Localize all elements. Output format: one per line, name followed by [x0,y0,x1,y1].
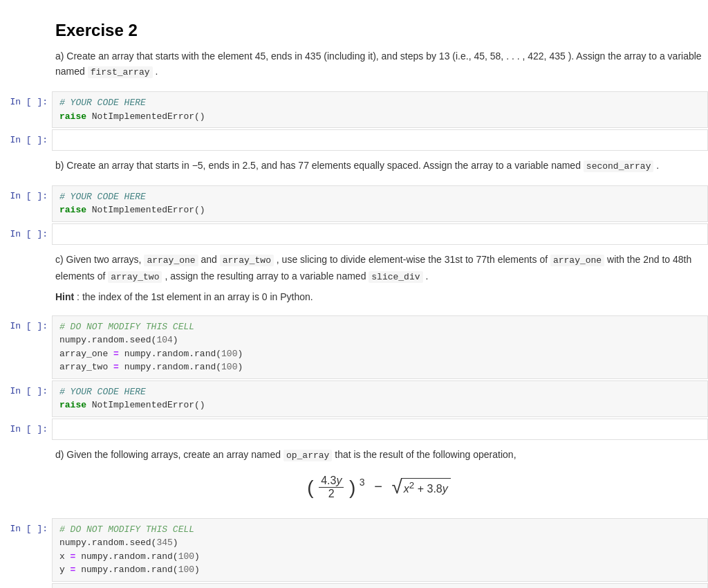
part-c-hint: Hint : the index of the 1st element in a… [55,289,702,304]
part-d-description: d) Given the following arrays, create an… [55,447,702,463]
output-cell-2 [52,223,708,245]
math-formula: ( 4.3y 2 ) 3 − √ x2 + 3.8y [55,475,702,500]
part-c-description: c) Given two arrays, array_one and array… [55,252,702,285]
title-cell: Exercise 2 a) Create an array that start… [0,15,708,90]
code-cell-5[interactable]: # DO NOT MODIFY THIS CELL numpy.random.s… [52,518,708,582]
output-cell-3 [52,419,708,440]
output-cell-2-row: In [ ]: [0,223,708,245]
code-cell-5-row: In [ ]: # DO NOT MODIFY THIS CELL numpy.… [0,518,708,582]
output-cell-3-row: In [ ]: [0,419,708,440]
code-cell-1[interactable]: # YOUR CODE HERE raise NotImplementedErr… [52,91,708,128]
part-c-cell: c) Given two arrays, array_one and array… [0,246,708,314]
code-cell-3[interactable]: # DO NOT MODIFY THIS CELL numpy.random.s… [52,315,708,379]
comment-4: # YOUR CODE HERE [59,387,146,397]
output-2-label: In [ ]: [0,223,52,245]
code-cell-3-row: In [ ]: # DO NOT MODIFY THIS CELL numpy.… [0,315,708,379]
output-cell-1 [52,129,708,151]
comment-2: # YOUR CODE HERE [59,192,146,202]
part-a-description: a) Create an array that starts with the … [55,48,702,80]
raise-2: raise [59,205,86,215]
code-cell-6-row: In [ ]: # YOUR CODE HERE raise NotImplem… [0,583,708,588]
comment-3: # DO NOT MODIFY THIS CELL [59,322,194,332]
raise-1: raise [59,111,86,122]
code-cell-4-row: In [ ]: # YOUR CODE HERE raise NotImplem… [0,380,708,417]
cell-4-label: In [ ]: [0,380,52,417]
part-d-cell: d) Given the following arrays, create an… [0,441,708,517]
part-b-description: b) Create an array that starts in −5, en… [55,158,702,174]
cell-1-label: In [ ]: [0,91,52,128]
comment-5: # DO NOT MODIFY THIS CELL [59,524,194,535]
code-cell-1-row: In [ ]: # YOUR CODE HERE raise NotImplem… [0,91,708,128]
cell-6-label: In [ ]: [0,583,52,588]
code-cell-6[interactable]: # YOUR CODE HERE raise NotImplementedErr… [52,583,708,588]
comment-1: # YOUR CODE HERE [59,98,146,108]
cell-5-label: In [ ]: [0,518,52,582]
code-cell-4[interactable]: # YOUR CODE HERE raise NotImplementedErr… [52,380,708,417]
output-1-label: In [ ]: [0,129,52,151]
notebook-container: Exercise 2 a) Create an array that start… [0,0,708,588]
exercise-title: Exercise 2 [55,21,702,40]
cell-3-label: In [ ]: [0,315,52,379]
cell-2-label: In [ ]: [0,185,52,222]
raise-4: raise [59,400,86,410]
output-cell-1-row: In [ ]: [0,129,708,151]
code-cell-2[interactable]: # YOUR CODE HERE raise NotImplementedErr… [52,185,708,222]
code-cell-2-row: In [ ]: # YOUR CODE HERE raise NotImplem… [0,185,708,222]
output-3-label: In [ ]: [0,419,52,440]
part-b-cell: b) Create an array that starts in −5, en… [0,152,708,184]
